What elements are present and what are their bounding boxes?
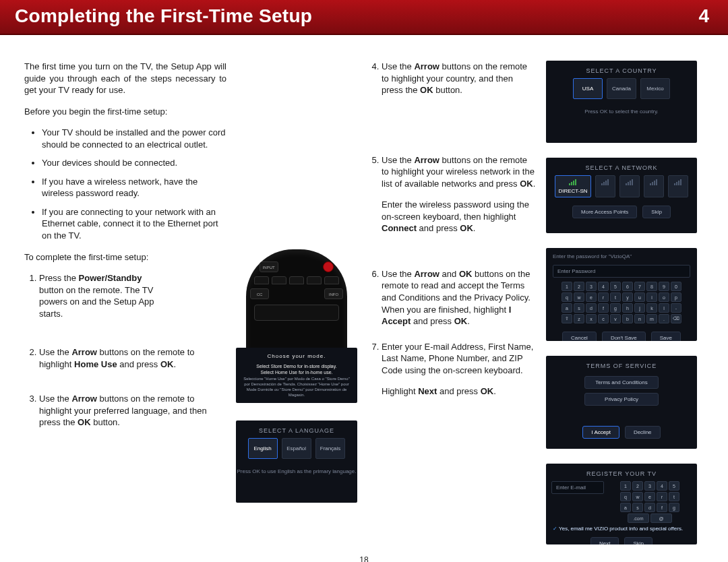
col-left-images: INPUT CCINFO Choose your mode. Select St… [236, 61, 357, 544]
country-screenshot: SELECT A COUNTRY USA Canada Mexico Press… [546, 61, 697, 143]
step-7: Enter your E-mail Address, First Name, L… [382, 341, 537, 398]
col-right-text: Use the Arrow buttons on the remote to h… [367, 61, 537, 544]
page-body: The first time you turn on the TV, the S… [0, 35, 728, 551]
network-screenshot: SELECT A NETWORK DIRECT-SN More Access P… [546, 158, 697, 233]
col-left-text: The first time you turn on the TV, the S… [24, 61, 226, 544]
step-5: Use the Arrow buttons on the remote to h… [382, 154, 537, 235]
bullet: If you are connecting to your network wi… [42, 206, 226, 242]
page-number: 18 [0, 555, 728, 562]
steps-right: Use the Arrow buttons on the remote to h… [367, 61, 537, 398]
before-bullets: Your TV should be installed and the powe… [24, 127, 226, 241]
step-6: Use the Arrow and OK buttons on the remo… [382, 268, 537, 327]
step-7-highlight: Highlight Next and press OK. [382, 385, 537, 398]
keyboard-screenshot: Enter the password for "VizioQA" Enter P… [546, 248, 697, 341]
chapter-title: Completing the First-Time Setup [15, 5, 312, 27]
bullet: Your devices should be connected. [42, 157, 226, 169]
mode-screenshot: Choose your mode. Select Store Demo for … [236, 348, 357, 403]
intro-paragraph: The first time you turn on the TV, the S… [24, 61, 226, 96]
to-complete-label: To complete the first-time setup: [24, 251, 226, 263]
language-screenshot: SELECT A LANGUAGE English Español França… [236, 420, 357, 503]
chapter-number: 4 [698, 5, 709, 27]
step-2: Use the Arrow buttons on the remote to h… [39, 346, 226, 370]
bullet: Your TV should be installed and the powe… [42, 127, 226, 150]
register-screenshot: REGISTER YOUR TV Enter E-mail 12345 qwer… [546, 464, 697, 544]
steps-left: Press the Power/Standby button on the re… [24, 272, 226, 429]
step-1: Press the Power/Standby button on the re… [39, 272, 160, 319]
power-icon [323, 261, 334, 272]
step-3: Use the Arrow buttons on the remote to h… [39, 393, 226, 429]
step-5-password: Enter the wireless password using the on… [382, 199, 537, 235]
chapter-header: Completing the First-Time Setup 4 [0, 0, 728, 35]
col-right-images: SELECT A COUNTRY USA Canada Mexico Press… [546, 61, 697, 544]
bullet: If you have a wireless network, have the… [42, 176, 226, 199]
tos-screenshot: TERMS OF SERVICE Terms and Conditions Pr… [546, 356, 697, 449]
before-label: Before you begin the first-time setup: [24, 106, 226, 118]
step-4: Use the Arrow buttons on the remote to h… [382, 61, 537, 96]
remote-illustration: INPUT CCINFO [236, 249, 357, 330]
